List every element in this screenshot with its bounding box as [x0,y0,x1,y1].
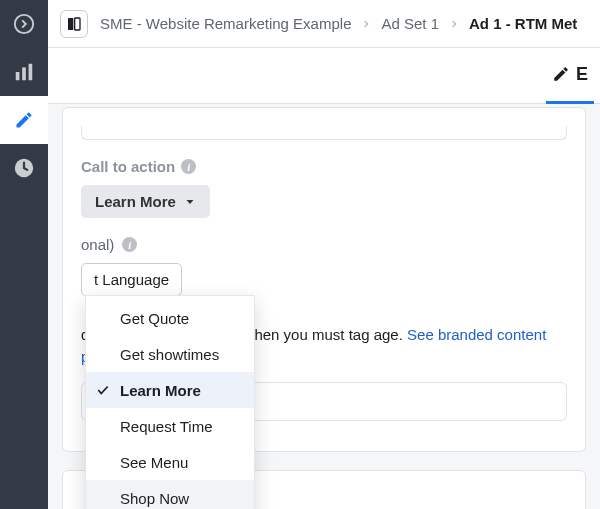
cta-section-label: Call to action i [81,158,567,175]
tab-edit-label: E [576,64,588,85]
top-breadcrumb-bar: SME - Website Remarketing Example Ad Set… [48,0,600,48]
info-icon[interactable]: i [181,159,196,174]
editor-tab-bar: E [48,48,600,104]
nav-overview-button[interactable] [0,0,48,48]
cta-option-learn-more[interactable]: Learn More [86,372,254,408]
svg-rect-1 [16,72,20,80]
bar-chart-icon [13,61,35,83]
cta-option-get-showtimes[interactable]: Get showtimes [86,336,254,372]
svg-rect-5 [68,18,73,30]
cta-option-label: Learn More [120,382,201,399]
cta-option-request-time[interactable]: Request Time [86,408,254,444]
catalog-icon [66,16,82,32]
pencil-icon [14,110,34,130]
svg-rect-2 [22,67,26,80]
cta-selected-label: Learn More [95,193,176,210]
nav-history-button[interactable] [0,144,48,192]
language-optional-text: onal) [81,236,114,253]
svg-point-0 [15,15,33,33]
cta-option-label: Get Quote [120,310,189,327]
caret-down-icon [184,196,196,208]
previous-input-bottom [81,126,567,140]
catalog-badge[interactable] [60,10,88,38]
breadcrumb-ad[interactable]: Ad 1 - RTM Met [469,15,577,32]
tab-edit[interactable]: E [546,48,594,104]
cta-dropdown-menu: Get Quote Get showtimes Learn More Reque… [85,295,255,509]
chevron-right-icon [361,17,371,31]
svg-rect-3 [29,64,33,81]
cta-option-shop-now[interactable]: Shop Now [86,480,254,509]
svg-rect-6 [75,18,80,30]
cta-option-label: Get showtimes [120,346,219,363]
chevron-right-icon [449,17,459,31]
nav-edit-button[interactable] [0,96,48,144]
breadcrumb: SME - Website Remarketing Example Ad Set… [100,15,577,32]
cta-option-get-quote[interactable]: Get Quote [86,300,254,336]
info-icon[interactable]: i [122,237,137,252]
cta-option-see-menu[interactable]: See Menu [86,444,254,480]
clock-icon [13,157,35,179]
nav-charts-button[interactable] [0,48,48,96]
cta-option-label: See Menu [120,454,188,471]
cta-option-label: Shop Now [120,490,189,507]
pencil-icon [552,65,570,83]
breadcrumb-adset[interactable]: Ad Set 1 [381,15,439,32]
check-icon [96,383,110,397]
cta-dropdown-trigger[interactable]: Learn More [81,185,210,218]
left-nav-rail [0,0,48,509]
chevron-circle-icon [13,13,35,35]
cta-section-label-text: Call to action [81,158,175,175]
language-button[interactable]: t Language [81,263,182,296]
breadcrumb-campaign[interactable]: SME - Website Remarketing Example [100,15,351,32]
cta-option-label: Request Time [120,418,213,435]
